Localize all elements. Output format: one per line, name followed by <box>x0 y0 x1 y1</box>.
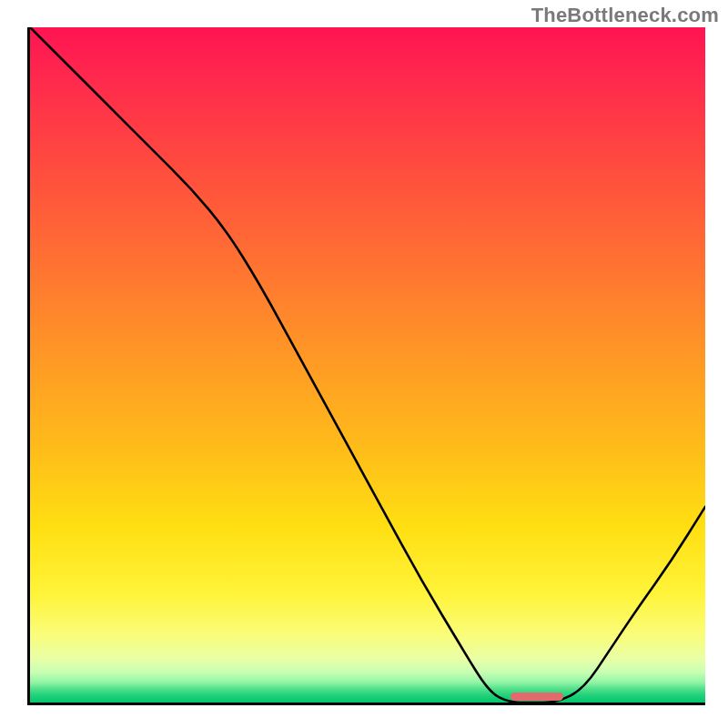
bottleneck-curve <box>30 27 705 703</box>
bottleneck-curve-path <box>30 27 705 703</box>
watermark-text: TheBottleneck.com <box>531 4 719 27</box>
plot-area <box>27 27 705 705</box>
optimal-range-marker <box>511 693 563 701</box>
chart-stage: TheBottleneck.com <box>0 0 728 728</box>
